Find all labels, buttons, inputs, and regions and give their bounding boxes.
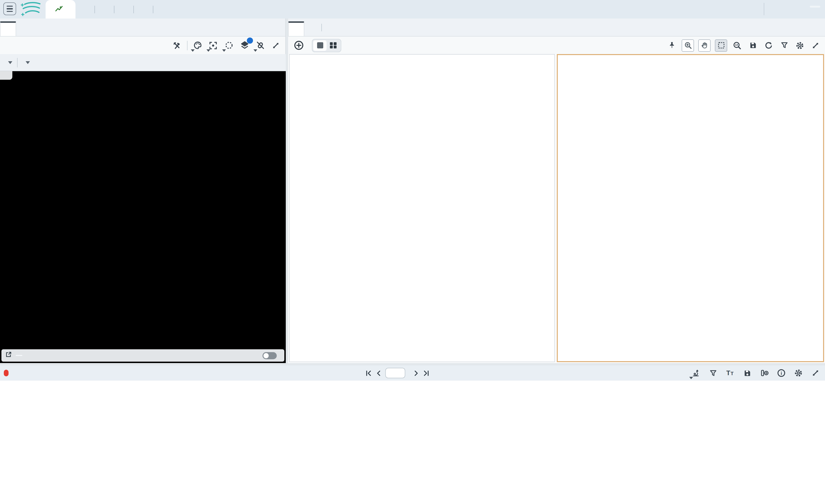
sky-statusbar xyxy=(1,349,284,362)
expand-table-button[interactable] xyxy=(810,367,821,379)
hips-moc-dropdown[interactable] xyxy=(5,61,12,64)
restore-chart-button[interactable] xyxy=(763,39,774,51)
table-toolbar: T T xyxy=(690,367,821,379)
page-input[interactable] xyxy=(385,368,405,378)
tab-separator xyxy=(153,5,153,13)
table-tab[interactable] xyxy=(4,370,17,376)
user-box xyxy=(810,1,820,8)
table-settings-button[interactable] xyxy=(793,367,804,379)
projection-dropdown[interactable] xyxy=(22,61,30,64)
table-status-dot xyxy=(4,370,9,376)
tab-results[interactable] xyxy=(46,0,75,18)
chart-zoom-original-button[interactable]: 1X xyxy=(732,39,743,51)
table-tabrow: T T xyxy=(0,365,825,381)
expand-charts-button[interactable] xyxy=(810,39,821,51)
results-icon xyxy=(55,5,63,13)
color-settings-button[interactable] xyxy=(192,39,203,51)
svg-text:i: i xyxy=(780,371,782,376)
top-navbar xyxy=(0,0,825,18)
layers-button[interactable] xyxy=(239,39,250,51)
click-lock-toggle[interactable] xyxy=(262,352,277,359)
primary-tabs xyxy=(46,0,153,18)
filter-chart-button[interactable] xyxy=(778,39,790,51)
histogram-chart-card xyxy=(289,54,555,362)
main-area: 1X xyxy=(0,18,825,363)
svg-text:1X: 1X xyxy=(735,43,738,46)
grid-chart-layout-button[interactable] xyxy=(326,40,340,51)
tab-separator xyxy=(321,23,322,31)
dropdown-separator xyxy=(17,58,17,67)
sky-viewer xyxy=(0,54,286,363)
layers-count-badge xyxy=(247,37,253,44)
tab-active-charts[interactable] xyxy=(288,21,304,36)
tab-upload[interactable] xyxy=(115,0,133,18)
coverage-toolbar xyxy=(0,36,285,54)
chart-layout-switch xyxy=(312,39,341,52)
next-page-button[interactable] xyxy=(414,370,419,376)
save-table-button[interactable] xyxy=(741,367,753,379)
tab-job-monitor[interactable] xyxy=(134,0,153,18)
lasso-select-button[interactable] xyxy=(223,39,234,51)
first-page-button[interactable] xyxy=(365,370,371,376)
popout-icon[interactable] xyxy=(5,351,12,360)
logout-button[interactable] xyxy=(810,6,820,8)
menu-button[interactable] xyxy=(3,2,16,15)
charts-grid xyxy=(288,54,825,363)
inspect-table-button[interactable] xyxy=(690,367,701,379)
svg-text:T: T xyxy=(731,371,734,376)
charts-toolbar: 1X xyxy=(288,36,825,54)
save-chart-button[interactable] xyxy=(747,39,759,51)
image-layer-label xyxy=(0,71,12,80)
chevron-down-icon xyxy=(8,61,12,64)
expand-viewer-button[interactable] xyxy=(270,39,282,51)
pin-chart-button[interactable] xyxy=(666,39,677,51)
svg-text:T: T xyxy=(726,369,730,376)
toolbar-separator xyxy=(187,40,188,50)
unlink-button[interactable] xyxy=(254,39,266,51)
chart-settings-button[interactable] xyxy=(794,39,806,51)
last-page-button[interactable] xyxy=(423,370,429,376)
chart-select-region-button[interactable] xyxy=(715,39,727,52)
tab-coverage[interactable] xyxy=(0,21,16,36)
cmd-chart-card xyxy=(557,54,824,362)
prev-page-button[interactable] xyxy=(376,370,381,376)
image-tools-button[interactable] xyxy=(171,39,183,51)
charts-tabstrip xyxy=(288,18,825,36)
pagination xyxy=(365,368,435,378)
add-column-button[interactable] xyxy=(759,367,770,379)
center-image-button[interactable] xyxy=(208,39,219,51)
table-info-button[interactable]: i xyxy=(776,367,787,379)
filter-table-button[interactable] xyxy=(707,367,719,379)
chart-zoom-in-button[interactable] xyxy=(682,39,694,52)
sky-viewer-topbar xyxy=(0,54,286,71)
tab-dp1-images[interactable] xyxy=(75,0,94,18)
app-logo-icon xyxy=(20,1,42,19)
table-section: T T xyxy=(0,365,825,504)
single-chart-layout-button[interactable] xyxy=(313,40,326,51)
horizontal-splitter[interactable] xyxy=(0,363,825,365)
panel-splitter[interactable] xyxy=(286,18,288,363)
chart-pan-button[interactable] xyxy=(698,39,710,52)
coverage-panel xyxy=(0,18,286,363)
user-divider xyxy=(764,3,764,15)
text-view-button[interactable]: T T xyxy=(724,367,736,379)
coverage-tabstrip xyxy=(0,18,285,36)
charts-panel: 1X xyxy=(288,18,825,363)
coord-system-label[interactable] xyxy=(16,355,22,356)
tab-details[interactable] xyxy=(304,21,319,36)
app-root: 1X xyxy=(0,0,825,504)
add-chart-button[interactable] xyxy=(293,39,304,51)
tab-dp1-catalogs[interactable] xyxy=(95,0,114,18)
chevron-down-icon xyxy=(26,61,30,64)
